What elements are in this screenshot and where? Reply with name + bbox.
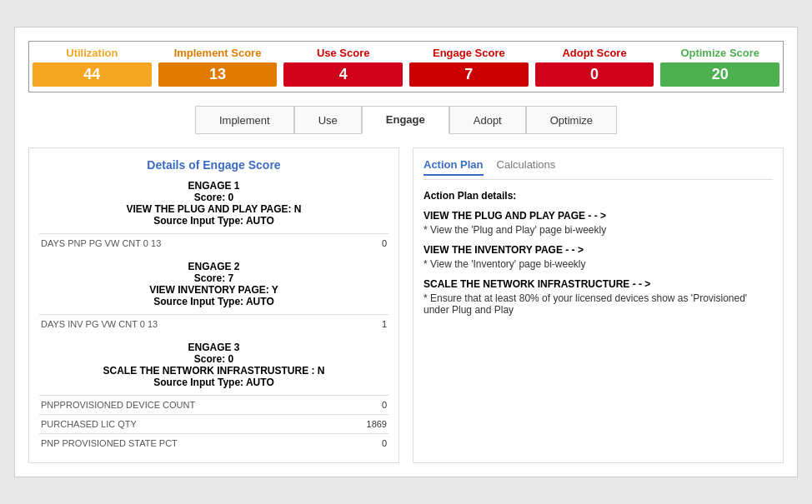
score-cell-use: Use Score 4 xyxy=(280,42,406,92)
data-row-days-pnp: DAYS PNP PG VW CNT 0 13 0 xyxy=(39,233,388,252)
right-tab-calculations[interactable]: Calculations xyxy=(497,158,556,176)
data-label-days-inv: DAYS INV PG VW CNT 0 13 xyxy=(41,319,382,329)
score-cell-optimize: Optimize Score 20 xyxy=(657,42,783,92)
data-row-days-inv: DAYS INV PG VW CNT 0 13 1 xyxy=(39,314,388,333)
engage-block-1: ENGAGE 1 Score: 0 VIEW THE PLUG AND PLAY… xyxy=(39,180,388,227)
data-value-days-pnp: 0 xyxy=(382,238,387,248)
panel-title: Details of Engage Score xyxy=(39,158,388,172)
engage-block-2: ENGAGE 2 Score: 7 VIEW INVENTORY PAGE: Y… xyxy=(39,261,388,307)
main-container: Utilization 44 Implement Score 13 Use Sc… xyxy=(14,27,798,477)
tabs-row: Implement Use Engage Adopt Optimize xyxy=(28,106,784,134)
ap-item-3: SCALE THE NETWORK INFRASTRUCTURE - - > *… xyxy=(424,278,773,316)
engage-3-name: ENGAGE 3 xyxy=(39,342,388,353)
ap-item-3-desc: * Ensure that at least 80% of your licen… xyxy=(424,292,773,316)
data-row-pnp-device: PNPPROVISIONED DEVICE COUNT 0 xyxy=(39,395,388,414)
engage-2-detail: VIEW INVENTORY PAGE: Y xyxy=(39,284,388,296)
left-panel: Details of Engage Score ENGAGE 1 Score: … xyxy=(28,147,399,463)
score-label-implement: Implement Score xyxy=(158,47,278,59)
data-value-purchased-lic: 1869 xyxy=(367,419,387,429)
engage-3-score: Score: 0 xyxy=(39,353,388,365)
ap-header: Action Plan details: xyxy=(424,190,773,202)
tab-optimize[interactable]: Optimize xyxy=(526,106,617,134)
right-panel: Action Plan Calculations Action Plan det… xyxy=(413,147,784,463)
data-label-pnp-state: PNP PROVISIONED STATE PCT xyxy=(41,438,382,448)
score-cell-utilization: Utilization 44 xyxy=(29,42,155,92)
data-label-days-pnp: DAYS PNP PG VW CNT 0 13 xyxy=(41,238,382,248)
score-value-implement: 13 xyxy=(158,62,278,87)
engage-1-score: Score: 0 xyxy=(39,192,388,203)
score-cell-engage: Engage Score 7 xyxy=(406,42,532,92)
data-row-purchased-lic: PURCHASED LIC QTY 1869 xyxy=(39,414,388,433)
score-value-engage: 7 xyxy=(409,62,529,87)
ap-item-3-title: SCALE THE NETWORK INFRASTRUCTURE - - > xyxy=(424,278,773,290)
ap-item-2-title: VIEW THE INVENTORY PAGE - - > xyxy=(424,244,773,256)
ap-item-1-title: VIEW THE PLUG AND PLAY PAGE - - > xyxy=(424,210,773,222)
ap-item-1: VIEW THE PLUG AND PLAY PAGE - - > * View… xyxy=(424,210,773,236)
score-cell-adopt: Adopt Score 0 xyxy=(532,42,658,92)
tab-use[interactable]: Use xyxy=(294,106,362,134)
engage-2-name: ENGAGE 2 xyxy=(39,261,388,272)
data-value-days-inv: 1 xyxy=(382,319,387,329)
score-value-utilization: 44 xyxy=(33,62,152,87)
data-value-pnp-state: 0 xyxy=(382,438,387,448)
engage-2-score: Score: 7 xyxy=(39,272,388,284)
engage-2-source: Source Input Type: AUTO xyxy=(39,296,388,307)
score-value-adopt: 0 xyxy=(535,62,654,87)
score-label-use: Use Score xyxy=(283,47,403,59)
action-plan-content: Action Plan details: VIEW THE PLUG AND P… xyxy=(424,190,773,316)
ap-item-2-desc: * View the 'Inventory' page bi-weekly xyxy=(424,258,773,270)
data-row-pnp-state: PNP PROVISIONED STATE PCT 0 xyxy=(39,433,388,452)
data-value-pnp-device: 0 xyxy=(382,400,387,410)
engage-3-source: Source Input Type: AUTO xyxy=(39,377,388,388)
score-cell-implement: Implement Score 13 xyxy=(155,42,281,92)
data-label-pnp-device: PNPPROVISIONED DEVICE COUNT xyxy=(41,400,382,410)
content-area: Details of Engage Score ENGAGE 1 Score: … xyxy=(28,147,784,463)
engage-1-detail: VIEW THE PLUG AND PLAY PAGE: N xyxy=(39,203,388,215)
score-value-optimize: 20 xyxy=(660,62,779,87)
engage-1-name: ENGAGE 1 xyxy=(39,180,388,192)
right-panel-tabs: Action Plan Calculations xyxy=(424,158,773,180)
score-header: Utilization 44 Implement Score 13 Use Sc… xyxy=(28,41,784,92)
ap-item-2: VIEW THE INVENTORY PAGE - - > * View the… xyxy=(424,244,773,270)
score-label-engage: Engage Score xyxy=(409,47,529,59)
engage-block-3: ENGAGE 3 Score: 0 SCALE THE NETWORK INFR… xyxy=(39,342,388,388)
score-label-optimize: Optimize Score xyxy=(660,47,779,59)
score-label-utilization: Utilization xyxy=(33,47,152,59)
right-tab-action-plan[interactable]: Action Plan xyxy=(424,158,484,176)
tab-adopt[interactable]: Adopt xyxy=(449,106,526,134)
score-label-adopt: Adopt Score xyxy=(535,47,654,59)
ap-item-1-desc: * View the 'Plug and Play' page bi-weekl… xyxy=(424,224,773,236)
score-value-use: 4 xyxy=(283,62,403,87)
engage-3-detail: SCALE THE NETWORK INFRASTRUSTURE : N xyxy=(39,365,388,377)
engage-1-source: Source Input Type: AUTO xyxy=(39,215,388,227)
data-label-purchased-lic: PURCHASED LIC QTY xyxy=(41,419,367,429)
tab-implement[interactable]: Implement xyxy=(195,106,294,134)
tab-engage[interactable]: Engage xyxy=(362,106,449,134)
